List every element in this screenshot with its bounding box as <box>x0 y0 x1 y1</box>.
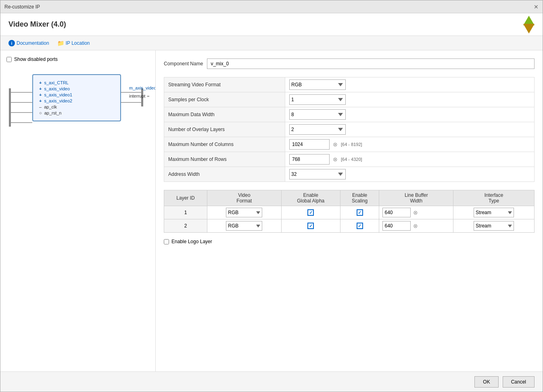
enable-scaling-cell-2 <box>340 219 379 233</box>
enable-logo-checkbox[interactable] <box>164 239 169 244</box>
footer: OK Cancel <box>0 371 543 392</box>
col-enable-global-alpha: EnableGlobal Alpha <box>281 190 340 206</box>
port-ap-clk: – ap_clk <box>39 104 114 109</box>
port-s-axis-video: + s_axis_video <box>39 86 114 91</box>
num-overlay-layers-select[interactable]: 0 1 2 3 <box>289 124 346 135</box>
col-video-format: VideoFormat <box>207 190 282 206</box>
enable-logo-label: Enable Logo Layer <box>171 239 212 244</box>
port-s-axi-ctrl: + s_axi_CTRL <box>39 80 114 85</box>
show-disabled-row: Show disabled ports <box>6 56 149 62</box>
layer-table-header-row: Layer ID VideoFormat EnableGlobal Alpha … <box>164 190 535 206</box>
ip-block: + s_axi_CTRL + s_axis_video + s_axis_vid… <box>32 74 121 121</box>
close-button[interactable]: ✕ <box>534 4 539 10</box>
table-row: 1 RGB YUV444 <box>164 206 535 219</box>
header: Video Mixer (4.0) <box>0 13 543 36</box>
interface-type-cell-2: Stream Memory <box>453 219 535 233</box>
main-window: Re-customize IP ✕ Video Mixer (4.0) i Do… <box>0 0 543 392</box>
max-rows-wrap: ⊗ [64 - 4320] <box>289 154 530 165</box>
m-axis-video-label: m_axis_video <box>129 85 156 90</box>
interrupt-label: interrupt <box>129 94 145 98</box>
enable-global-alpha-cell-1 <box>281 206 340 219</box>
enable-logo-row: Enable Logo Layer <box>164 239 535 244</box>
left-connectors-svg <box>6 82 35 171</box>
port-s-axis-video1: + s_axis_video1 <box>39 92 114 97</box>
ap-rst-n-label: ap_rst_n <box>44 111 62 115</box>
samples-per-clock-label: Samples per Clock <box>164 92 285 107</box>
col-layer-id: Layer ID <box>164 190 207 206</box>
max-columns-label: Maximum Number of Columns <box>164 137 285 152</box>
info-icon: i <box>8 40 15 46</box>
enable-global-alpha-cell-2 <box>281 219 340 233</box>
interface-type-select-1[interactable]: Stream Memory <box>474 208 514 217</box>
line-buffer-clear-2[interactable]: ⊗ <box>412 223 419 229</box>
show-disabled-checkbox[interactable] <box>6 57 12 62</box>
max-rows-input[interactable] <box>289 154 330 165</box>
enable-global-alpha-checkbox-2[interactable] <box>307 223 314 229</box>
video-format-cell-2: RGB YUV444 <box>207 219 282 233</box>
content-area: Show disabled ports + s_axi_C <box>0 50 543 371</box>
block-diagram: + s_axi_CTRL + s_axis_video + s_axis_vid… <box>6 70 149 159</box>
max-rows-label: Maximum Number of Rows <box>164 152 285 167</box>
col-interface-type: InterfaceType <box>453 190 535 206</box>
max-rows-clear-button[interactable]: ⊗ <box>332 156 338 163</box>
layer-id-1: 1 <box>164 206 207 219</box>
video-format-cell-1: RGB YUV444 <box>207 206 282 219</box>
samples-per-clock-row: Samples per Clock 1 2 4 <box>164 92 535 107</box>
line-buffer-width-cell-2: ⊗ <box>379 219 453 233</box>
component-name-input[interactable] <box>207 58 535 69</box>
address-width-select[interactable]: 32 64 <box>289 169 346 179</box>
max-columns-wrap: ⊗ [64 - 8192] <box>289 139 530 150</box>
s-axis-video-label: s_axis_video <box>44 86 70 91</box>
max-columns-row: Maximum Number of Columns ⊗ [64 - 8192] <box>164 137 535 152</box>
ap-clk-label: ap_clk <box>44 104 57 109</box>
streaming-video-format-select[interactable]: RGB YUV444 YUV422 YUV420 <box>289 79 346 90</box>
s-axis-video2-label: s_axis_video2 <box>44 98 72 103</box>
documentation-link[interactable]: i Documentation <box>8 40 49 46</box>
interface-type-select-2[interactable]: Stream Memory <box>474 221 514 231</box>
logo-triangle-down-icon <box>523 24 535 33</box>
settings-table: Streaming Video Format RGB YUV444 YUV422… <box>164 77 535 182</box>
folder-icon: 📁 <box>57 40 64 46</box>
max-data-width-select[interactable]: 8 10 12 16 <box>289 109 346 120</box>
enable-scaling-checkbox-2[interactable] <box>357 223 363 229</box>
max-columns-clear-button[interactable]: ⊗ <box>332 141 338 148</box>
ok-button[interactable]: OK <box>474 376 498 388</box>
col-line-buffer-width: Line BufferWidth <box>379 190 453 206</box>
s-axi-ctrl-label: s_axi_CTRL <box>44 80 69 85</box>
col-enable-scaling: EnableScaling <box>340 190 379 206</box>
ip-location-link[interactable]: 📁 IP Location <box>57 40 90 46</box>
video-format-select-2[interactable]: RGB YUV444 <box>226 221 262 231</box>
layer-id-2: 2 <box>164 219 207 233</box>
table-row: 2 RGB YUV444 <box>164 219 535 233</box>
enable-scaling-checkbox-1[interactable] <box>357 209 363 216</box>
layer-table: Layer ID VideoFormat EnableGlobal Alpha … <box>164 190 535 233</box>
component-name-label: Component Name <box>164 61 203 67</box>
port-ap-rst-n: ○ ap_rst_n <box>39 111 114 115</box>
max-columns-input[interactable] <box>289 139 330 150</box>
port-m-axis-video: m_axis_video + <box>129 85 156 90</box>
line-buffer-width-input-1[interactable] <box>382 208 411 217</box>
nav-bar: i Documentation 📁 IP Location <box>0 36 543 50</box>
video-format-select-1[interactable]: RGB YUV444 <box>226 208 262 217</box>
port-interrupt: interrupt – <box>129 94 156 98</box>
line-buffer-width-input-2[interactable] <box>382 221 411 231</box>
streaming-video-format-label: Streaming Video Format <box>164 77 285 92</box>
address-width-label: Address Width <box>164 167 285 182</box>
right-panel: Component Name Streaming Video Format RG… <box>156 50 543 371</box>
ip-location-label: IP Location <box>66 40 90 46</box>
line-buffer-clear-1[interactable]: ⊗ <box>412 209 419 216</box>
enable-global-alpha-checkbox-1[interactable] <box>307 209 314 216</box>
max-rows-range: [64 - 4320] <box>341 157 362 162</box>
address-width-row: Address Width 32 64 <box>164 167 535 182</box>
max-columns-range: [64 - 8192] <box>341 142 362 147</box>
cancel-button[interactable]: Cancel <box>503 376 535 388</box>
left-panel: Show disabled ports + s_axi_C <box>0 50 156 371</box>
s-axis-video1-label: s_axis_video1 <box>44 92 72 97</box>
num-overlay-layers-row: Number of Overlay Layers 0 1 2 3 <box>164 122 535 137</box>
samples-per-clock-select[interactable]: 1 2 4 <box>289 94 346 105</box>
vivado-logo <box>523 16 535 33</box>
app-title: Video Mixer (4.0) <box>8 20 66 29</box>
show-disabled-label: Show disabled ports <box>14 56 58 62</box>
port-s-axis-video2: + s_axis_video2 <box>39 98 114 103</box>
svg-rect-4 <box>9 88 11 127</box>
